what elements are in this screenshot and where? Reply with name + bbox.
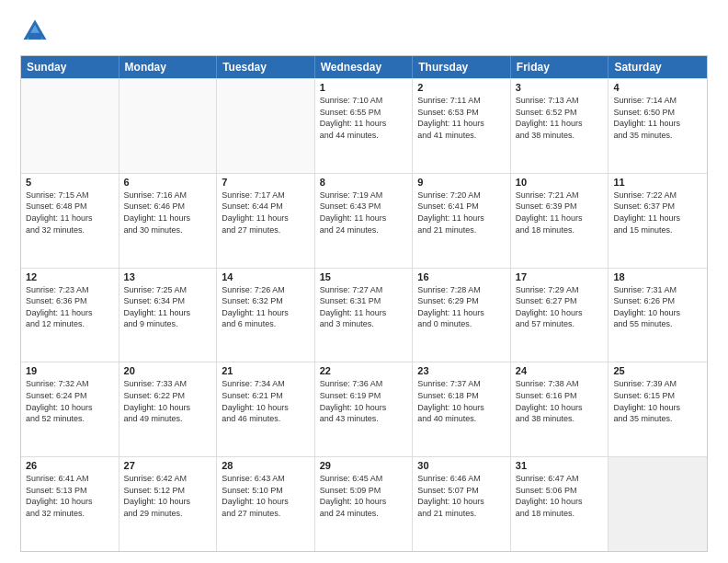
day-number: 22 <box>320 365 408 376</box>
day-detail: Sunrise: 7:13 AM Sunset: 6:52 PM Dayligh… <box>516 95 604 141</box>
day-detail: Sunrise: 7:28 AM Sunset: 6:29 PM Dayligh… <box>417 284 506 330</box>
day-detail: Sunrise: 7:38 AM Sunset: 6:16 PM Dayligh… <box>516 378 604 424</box>
day-number: 6 <box>124 177 212 188</box>
day-number: 19 <box>26 365 114 376</box>
day-detail: Sunrise: 7:21 AM Sunset: 6:39 PM Dayligh… <box>516 190 604 236</box>
cal-header-sunday: Sunday <box>21 56 119 78</box>
cal-cell: 30Sunrise: 6:46 AM Sunset: 5:07 PM Dayli… <box>413 457 511 551</box>
day-detail: Sunrise: 7:34 AM Sunset: 6:21 PM Dayligh… <box>222 378 310 424</box>
cal-cell: 29Sunrise: 6:45 AM Sunset: 5:09 PM Dayli… <box>315 457 414 551</box>
calendar: SundayMondayTuesdayWednesdayThursdayFrid… <box>20 55 708 552</box>
day-number: 17 <box>516 271 604 282</box>
day-detail: Sunrise: 7:23 AM Sunset: 6:36 PM Dayligh… <box>26 284 114 330</box>
day-detail: Sunrise: 6:43 AM Sunset: 5:10 PM Dayligh… <box>222 473 310 519</box>
cal-week-0: 1Sunrise: 7:10 AM Sunset: 6:55 PM Daylig… <box>21 78 707 173</box>
day-number: 16 <box>417 271 506 282</box>
cal-cell: 11Sunrise: 7:22 AM Sunset: 6:37 PM Dayli… <box>609 174 707 268</box>
cal-header-wednesday: Wednesday <box>315 56 414 78</box>
day-number: 3 <box>516 82 604 93</box>
cal-cell: 16Sunrise: 7:28 AM Sunset: 6:29 PM Dayli… <box>413 269 511 362</box>
day-number: 5 <box>26 177 114 188</box>
day-number: 14 <box>222 271 310 282</box>
day-detail: Sunrise: 7:14 AM Sunset: 6:50 PM Dayligh… <box>613 95 702 141</box>
cal-cell: 13Sunrise: 7:25 AM Sunset: 6:34 PM Dayli… <box>119 269 218 362</box>
cal-cell: 3Sunrise: 7:13 AM Sunset: 6:52 PM Daylig… <box>511 79 609 173</box>
day-number: 13 <box>124 271 212 282</box>
cal-cell: 12Sunrise: 7:23 AM Sunset: 6:36 PM Dayli… <box>21 269 119 362</box>
day-number: 7 <box>222 177 310 188</box>
day-number: 20 <box>124 365 212 376</box>
day-detail: Sunrise: 6:42 AM Sunset: 5:12 PM Dayligh… <box>124 473 212 519</box>
calendar-body: 1Sunrise: 7:10 AM Sunset: 6:55 PM Daylig… <box>21 78 707 551</box>
day-number: 29 <box>320 460 408 471</box>
day-detail: Sunrise: 7:37 AM Sunset: 6:18 PM Dayligh… <box>417 378 506 424</box>
cal-header-saturday: Saturday <box>609 56 707 78</box>
cal-week-4: 26Sunrise: 6:41 AM Sunset: 5:13 PM Dayli… <box>21 456 707 551</box>
day-number: 31 <box>516 460 604 471</box>
calendar-header: SundayMondayTuesdayWednesdayThursdayFrid… <box>21 56 707 78</box>
day-detail: Sunrise: 7:27 AM Sunset: 6:31 PM Dayligh… <box>320 284 408 330</box>
day-number: 23 <box>417 365 506 376</box>
day-number: 11 <box>613 177 702 188</box>
day-detail: Sunrise: 7:25 AM Sunset: 6:34 PM Dayligh… <box>124 284 212 330</box>
day-number: 9 <box>417 177 506 188</box>
day-number: 26 <box>26 460 114 471</box>
cal-cell <box>119 79 218 173</box>
header <box>20 17 708 46</box>
cal-header-monday: Monday <box>119 56 218 78</box>
cal-cell: 20Sunrise: 7:33 AM Sunset: 6:22 PM Dayli… <box>119 362 218 456</box>
cal-cell: 2Sunrise: 7:11 AM Sunset: 6:53 PM Daylig… <box>413 79 511 173</box>
cal-cell: 10Sunrise: 7:21 AM Sunset: 6:39 PM Dayli… <box>511 174 609 268</box>
cal-cell <box>21 79 119 173</box>
cal-cell: 7Sunrise: 7:17 AM Sunset: 6:44 PM Daylig… <box>217 174 315 268</box>
day-detail: Sunrise: 7:31 AM Sunset: 6:26 PM Dayligh… <box>613 284 702 330</box>
day-detail: Sunrise: 7:11 AM Sunset: 6:53 PM Dayligh… <box>417 95 506 141</box>
cal-week-2: 12Sunrise: 7:23 AM Sunset: 6:36 PM Dayli… <box>21 268 707 362</box>
cal-cell: 28Sunrise: 6:43 AM Sunset: 5:10 PM Dayli… <box>217 457 315 551</box>
day-detail: Sunrise: 7:26 AM Sunset: 6:32 PM Dayligh… <box>222 284 310 330</box>
day-number: 15 <box>320 271 408 282</box>
cal-cell: 27Sunrise: 6:42 AM Sunset: 5:12 PM Dayli… <box>119 457 218 551</box>
logo-icon <box>20 17 50 46</box>
day-detail: Sunrise: 7:20 AM Sunset: 6:41 PM Dayligh… <box>417 190 506 236</box>
cal-cell: 4Sunrise: 7:14 AM Sunset: 6:50 PM Daylig… <box>609 79 707 173</box>
day-number: 8 <box>320 177 408 188</box>
svg-rect-2 <box>28 33 41 40</box>
day-number: 1 <box>320 82 408 93</box>
day-detail: Sunrise: 7:15 AM Sunset: 6:48 PM Dayligh… <box>26 190 114 236</box>
cal-week-3: 19Sunrise: 7:32 AM Sunset: 6:24 PM Dayli… <box>21 362 707 456</box>
day-detail: Sunrise: 7:36 AM Sunset: 6:19 PM Dayligh… <box>320 378 408 424</box>
day-number: 18 <box>613 271 702 282</box>
day-number: 24 <box>516 365 604 376</box>
cal-cell: 17Sunrise: 7:29 AM Sunset: 6:27 PM Dayli… <box>511 269 609 362</box>
page: SundayMondayTuesdayWednesdayThursdayFrid… <box>0 0 728 563</box>
day-detail: Sunrise: 7:29 AM Sunset: 6:27 PM Dayligh… <box>516 284 604 330</box>
cal-header-tuesday: Tuesday <box>217 56 315 78</box>
cal-week-1: 5Sunrise: 7:15 AM Sunset: 6:48 PM Daylig… <box>21 173 707 268</box>
cal-cell: 5Sunrise: 7:15 AM Sunset: 6:48 PM Daylig… <box>21 174 119 268</box>
day-number: 10 <box>516 177 604 188</box>
day-detail: Sunrise: 7:16 AM Sunset: 6:46 PM Dayligh… <box>124 190 212 236</box>
day-detail: Sunrise: 7:17 AM Sunset: 6:44 PM Dayligh… <box>222 190 310 236</box>
day-number: 30 <box>417 460 506 471</box>
day-detail: Sunrise: 6:45 AM Sunset: 5:09 PM Dayligh… <box>320 473 408 519</box>
day-detail: Sunrise: 7:10 AM Sunset: 6:55 PM Dayligh… <box>320 95 408 141</box>
day-detail: Sunrise: 7:33 AM Sunset: 6:22 PM Dayligh… <box>124 378 212 424</box>
day-number: 2 <box>417 82 506 93</box>
cal-cell: 23Sunrise: 7:37 AM Sunset: 6:18 PM Dayli… <box>413 362 511 456</box>
day-number: 25 <box>613 365 702 376</box>
day-number: 21 <box>222 365 310 376</box>
day-number: 28 <box>222 460 310 471</box>
cal-cell: 19Sunrise: 7:32 AM Sunset: 6:24 PM Dayli… <box>21 362 119 456</box>
cal-cell: 15Sunrise: 7:27 AM Sunset: 6:31 PM Dayli… <box>315 269 414 362</box>
cal-cell: 18Sunrise: 7:31 AM Sunset: 6:26 PM Dayli… <box>609 269 707 362</box>
cal-cell <box>217 79 315 173</box>
cal-cell: 6Sunrise: 7:16 AM Sunset: 6:46 PM Daylig… <box>119 174 218 268</box>
day-number: 12 <box>26 271 114 282</box>
cal-cell <box>609 457 707 551</box>
logo <box>20 17 53 46</box>
cal-cell: 14Sunrise: 7:26 AM Sunset: 6:32 PM Dayli… <box>217 269 315 362</box>
day-number: 4 <box>613 82 702 93</box>
cal-cell: 26Sunrise: 6:41 AM Sunset: 5:13 PM Dayli… <box>21 457 119 551</box>
day-detail: Sunrise: 7:19 AM Sunset: 6:43 PM Dayligh… <box>320 190 408 236</box>
